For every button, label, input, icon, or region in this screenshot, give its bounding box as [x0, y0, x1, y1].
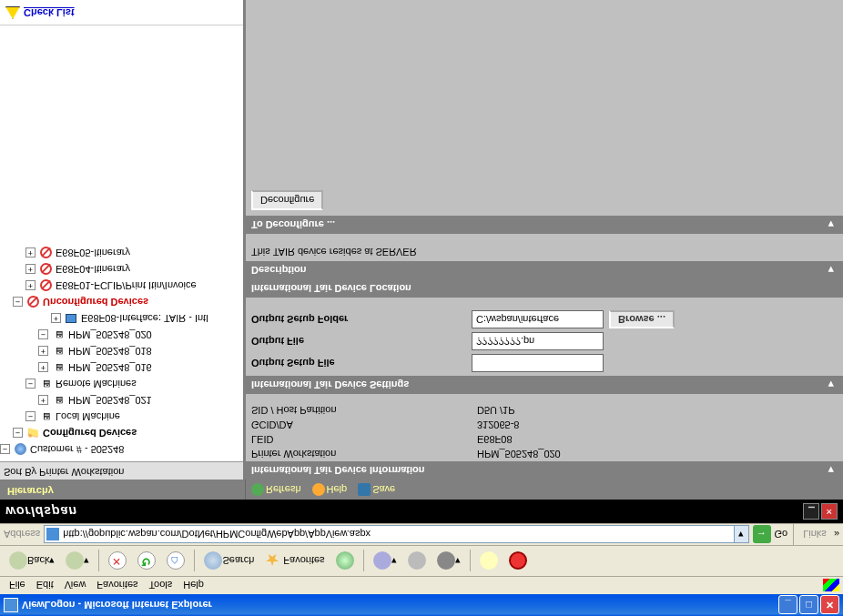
- leid-value: E68F08: [472, 432, 843, 447]
- collapse-icon[interactable]: ▾: [825, 379, 838, 391]
- tree-local-machine[interactable]: −Local Machine: [0, 409, 243, 425]
- sid-label: SID / Host Partition: [246, 403, 472, 418]
- osfile-input[interactable]: [472, 354, 604, 372]
- refresh-button[interactable]: [134, 550, 159, 573]
- tree-e68f05[interactable]: +E68F05-Itinerary: [0, 245, 243, 261]
- print-button[interactable]: [404, 550, 430, 573]
- settings-header: International Tair Device Settings▾: [246, 376, 843, 394]
- folder-icon: [25, 427, 40, 439]
- collapse-icon[interactable]: ▾: [825, 265, 838, 277]
- pc-icon: [51, 361, 66, 374]
- menu-file[interactable]: File: [4, 579, 31, 593]
- ie-icon: [4, 598, 18, 612]
- app-header: worldspan ▁ ✕: [0, 500, 843, 523]
- menu-tools[interactable]: Tools: [144, 579, 178, 593]
- home-icon: [167, 552, 185, 571]
- address-bar: Address ▾ → Go Links »: [0, 523, 843, 545]
- collapse-icon[interactable]: ▾: [825, 219, 838, 231]
- browse-button[interactable]: Browse ...: [609, 310, 675, 328]
- close-button[interactable]: ✕: [820, 596, 839, 615]
- deconfigure-button[interactable]: Deconfigure: [251, 190, 323, 210]
- mail-button[interactable]: ▾: [370, 550, 401, 573]
- refresh-icon: [137, 552, 156, 571]
- prohibit-icon: [40, 264, 52, 276]
- app-save-button[interactable]: Save: [352, 480, 401, 500]
- back-icon: [9, 552, 27, 571]
- prohibit-icon: [40, 247, 52, 259]
- app-help-button[interactable]: Help: [307, 480, 353, 500]
- favorites-button[interactable]: Favorites: [261, 550, 328, 573]
- help-icon: [312, 483, 325, 496]
- messenger-button[interactable]: [476, 550, 502, 573]
- ofile-label: Output File: [251, 336, 466, 347]
- tree-remote-machines[interactable]: −Remote Machines: [0, 376, 243, 392]
- maximize-button[interactable]: □: [799, 596, 818, 615]
- go-button[interactable]: →: [753, 526, 771, 544]
- sid-value: D5U /1P: [472, 403, 843, 418]
- app-refresh-button[interactable]: Refresh: [246, 480, 307, 500]
- tree-configured[interactable]: −Configured Devices: [0, 425, 243, 441]
- home-button[interactable]: [163, 550, 188, 573]
- device-icon: [66, 314, 76, 323]
- tree-unconfigured[interactable]: −Unconfigured Devices: [0, 294, 243, 310]
- back-button[interactable]: Back ▾: [5, 550, 58, 573]
- warning-icon: [5, 6, 20, 19]
- checklist-link[interactable]: Check List: [5, 6, 75, 19]
- menu-view[interactable]: View: [59, 579, 92, 593]
- history-icon: [336, 552, 354, 571]
- red-circle-icon: [509, 552, 527, 571]
- menubar: File Edit View Favorites Tools Help: [0, 576, 843, 594]
- pc-icon: [51, 328, 66, 341]
- location-header: International Tair Device Location: [246, 279, 843, 298]
- page-icon: [46, 529, 59, 541]
- gcid-value: 312065-8: [472, 418, 843, 432]
- extra-button[interactable]: [505, 550, 531, 573]
- tree-hpm016[interactable]: +HPM_505248_016: [0, 359, 243, 376]
- refresh-icon: [251, 483, 264, 496]
- description-text: This TAIR device resides at SERVER: [246, 243, 843, 261]
- forward-icon: [66, 552, 84, 571]
- tree-e68f08[interactable]: +E68F08-Interface: TAIR - Intl: [0, 310, 243, 327]
- menu-edit[interactable]: Edit: [31, 579, 59, 593]
- edit-button[interactable]: ▾: [433, 550, 464, 573]
- search-icon: [204, 552, 222, 571]
- sort-dropdown[interactable]: Sort By Printer Workstation: [0, 461, 243, 480]
- messenger-icon: [480, 552, 498, 571]
- pc-icon: [51, 394, 66, 407]
- osfolder-input[interactable]: [472, 310, 604, 328]
- pc-icon: [38, 410, 53, 423]
- app-logo: worldspan: [5, 504, 77, 519]
- tree-hpm021[interactable]: +HPM_505248_021: [0, 392, 243, 409]
- ofile-input[interactable]: [472, 332, 604, 350]
- hierarchy-label: Hierarchy: [0, 480, 246, 500]
- prohibit-icon: [40, 280, 52, 292]
- app-close-button[interactable]: ✕: [821, 503, 838, 520]
- stop-button[interactable]: [105, 550, 130, 573]
- go-label: Go: [775, 530, 788, 540]
- tree-customer[interactable]: −Customer # - 505248: [0, 441, 243, 458]
- links-chevron[interactable]: »: [834, 530, 839, 540]
- mail-icon: [373, 552, 391, 571]
- menu-favorites[interactable]: Favorites: [91, 579, 143, 593]
- address-input[interactable]: [44, 526, 734, 544]
- osfolder-label: Output Setup Folder: [251, 314, 466, 325]
- tree-e68f04[interactable]: +E68F04-Itinerary: [0, 261, 243, 278]
- collapse-icon[interactable]: ▾: [825, 465, 838, 477]
- menu-help[interactable]: Help: [178, 579, 209, 593]
- leid-label: LEID: [246, 432, 472, 447]
- globe-icon: [15, 444, 26, 456]
- device-tree: −Customer # - 505248 −Configured Devices…: [0, 25, 243, 461]
- tree-e68f01[interactable]: +E68F01-FCLIP/Print Itin/Invoice: [0, 278, 243, 294]
- links-label: Links: [799, 530, 830, 540]
- window-title: ViewLogon - Microsoft Internet Explorer: [22, 600, 212, 611]
- minimize-button[interactable]: _: [778, 596, 797, 615]
- tree-hpm018[interactable]: +HPM_505248_018: [0, 343, 243, 359]
- search-button[interactable]: Search: [200, 550, 258, 573]
- browser-toolbar: Back ▾ ▾ Search Favorites ▾ ▾: [0, 545, 843, 576]
- forward-button[interactable]: ▾: [62, 550, 93, 573]
- app-minimize-button[interactable]: ▁: [803, 503, 819, 520]
- address-dropdown[interactable]: ▾: [735, 526, 749, 544]
- history-button[interactable]: [332, 550, 358, 573]
- tree-hpm020[interactable]: −HPM_505248_020: [0, 327, 243, 343]
- sidebar: Sort By Printer Workstation −Customer # …: [0, 0, 246, 480]
